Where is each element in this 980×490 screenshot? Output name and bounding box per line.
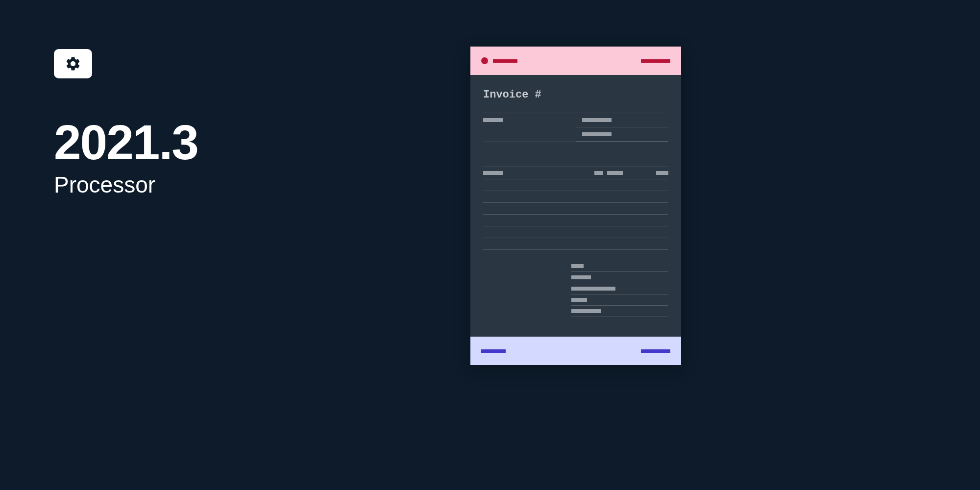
meta-row <box>576 127 669 142</box>
header-placeholder-left <box>493 59 517 63</box>
header-left <box>481 57 517 64</box>
meta-placeholder <box>582 132 612 136</box>
footer-placeholder-right <box>641 349 670 353</box>
summary-placeholder <box>571 287 615 291</box>
col-placeholder <box>594 171 603 175</box>
col-placeholder <box>607 171 623 175</box>
meta-right <box>576 113 669 142</box>
card-footer <box>470 337 681 365</box>
invoice-meta-grid <box>483 113 668 142</box>
summary-row <box>571 283 668 294</box>
invoice-title: Invoice # <box>483 89 668 101</box>
summary-placeholder <box>571 309 601 313</box>
meta-placeholder <box>582 118 612 122</box>
header-placeholder-right <box>641 59 670 63</box>
line-item-row <box>483 179 668 191</box>
line-item-row <box>483 203 668 215</box>
meta-left <box>483 113 576 142</box>
card-header <box>470 47 681 75</box>
status-dot-icon <box>481 57 488 64</box>
summary-placeholder <box>571 275 591 279</box>
line-item-row <box>483 191 668 203</box>
col-placeholder <box>656 171 668 175</box>
summary-row <box>571 306 668 317</box>
summary-row <box>571 294 668 306</box>
line-items-header <box>483 167 668 179</box>
summary-placeholder <box>571 298 587 302</box>
card-body: Invoice # <box>470 75 681 337</box>
title-block: 2021.3 Processor <box>54 118 198 198</box>
gear-badge <box>54 49 92 78</box>
summary-block <box>483 261 668 317</box>
line-item-row <box>483 238 668 250</box>
meta-placeholder <box>483 118 503 122</box>
line-item-row <box>483 215 668 226</box>
summary-row <box>571 261 668 272</box>
gear-icon <box>65 55 81 72</box>
col-placeholder <box>483 171 503 175</box>
version-number: 2021.3 <box>54 118 198 167</box>
summary-row <box>571 272 668 283</box>
meta-row <box>576 113 669 127</box>
line-item-row <box>483 226 668 238</box>
footer-placeholder-left <box>481 349 506 353</box>
product-name: Processor <box>54 172 198 198</box>
summary-placeholder <box>571 264 584 268</box>
invoice-preview-card: Invoice # <box>470 47 681 365</box>
